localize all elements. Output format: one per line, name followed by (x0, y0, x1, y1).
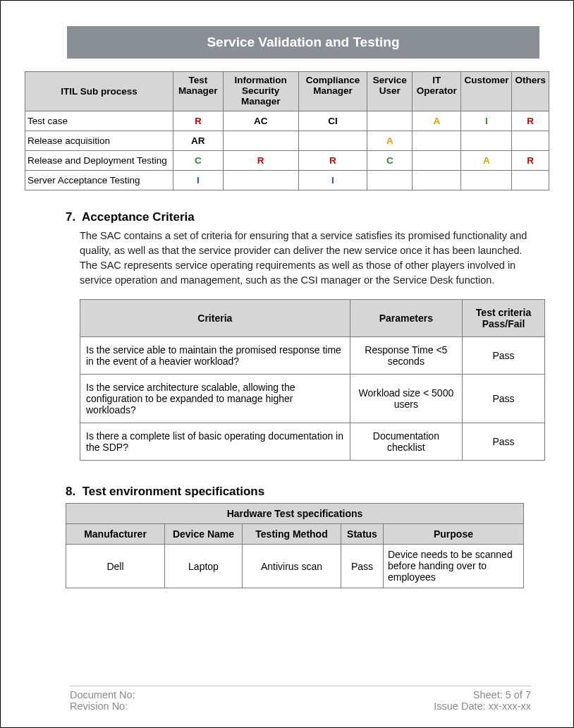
doc-no-label: Document No: (70, 689, 135, 700)
raci-col-2: Information Security Manager (223, 72, 298, 111)
hw-col-2: Testing Method (243, 524, 341, 545)
raci-cell: I (298, 171, 367, 190)
table-row: Release and Deployment TestingCRRCAR (25, 151, 549, 171)
raci-cell: AC (223, 111, 298, 131)
criteria-param: Documentation checklist (350, 423, 462, 461)
raci-col-3: Compliance Manager (298, 72, 367, 111)
section-number: 8. (66, 485, 75, 498)
raci-col-1: Test Manager (173, 72, 224, 111)
raci-cell: C (173, 151, 224, 171)
table-row: Test caseRACCIAIR (25, 111, 549, 131)
table-row: DellLaptopAntivirus scanPassDevice needs… (66, 545, 524, 588)
section-body: The SAC contains a set of criteria for e… (80, 229, 528, 288)
hw-col-1: Device Name (165, 524, 243, 545)
raci-col-4: Service User (367, 72, 413, 111)
raci-cell (298, 131, 367, 151)
raci-cell: AR (173, 131, 224, 151)
raci-cell (461, 171, 512, 190)
raci-cell: CI (298, 111, 367, 131)
criteria-cell: Is the service able to maintain the prom… (80, 337, 350, 375)
hw-col-4: Purpose (384, 524, 524, 545)
raci-cell (223, 131, 298, 151)
raci-col-7: Others (512, 72, 549, 111)
section-test-env: 8. Test environment specifications Hardw… (66, 485, 549, 588)
raci-cell: R (512, 111, 549, 131)
raci-subprocess: Release acquisition (25, 131, 173, 151)
hw-col-0: Manufacturer (66, 524, 165, 545)
rev-no-label: Revision No: (70, 700, 128, 712)
page-footer: Document No: Sheet: 5 of 7 Revision No: … (70, 686, 531, 712)
raci-subprocess: Release and Deployment Testing (25, 151, 173, 171)
issue-date-label: Issue Date: xx-xxx-xx (434, 700, 531, 712)
criteria-col-1: Parameters (350, 300, 462, 337)
section-number: 7. (66, 210, 75, 224)
section-title: Acceptance Criteria (82, 210, 195, 224)
criteria-table: CriteriaParametersTest criteria Pass/Fai… (80, 299, 545, 461)
hw-purpose: Device needs to be scanned before handin… (384, 545, 524, 588)
raci-cell (461, 131, 512, 151)
raci-cell (413, 151, 461, 171)
raci-cell: A (413, 111, 461, 131)
raci-cell (413, 131, 461, 151)
raci-cell: R (512, 151, 549, 171)
raci-cell: A (367, 131, 413, 151)
raci-cell: I (461, 111, 512, 131)
raci-cell (413, 171, 461, 190)
raci-cell (512, 131, 549, 151)
raci-cell: I (173, 171, 224, 190)
raci-table: ITIL Sub processTest ManagerInformation … (25, 71, 549, 190)
section-title: Test environment specifications (83, 485, 265, 498)
table-row: Is the service architecture scalable, al… (80, 375, 545, 423)
raci-cell (367, 171, 413, 190)
page: Service Validation and Testing ITIL Sub … (0, 0, 574, 728)
raci-col-0: ITIL Sub process (25, 72, 173, 111)
raci-cell (367, 111, 413, 131)
criteria-param: Workload size < 5000 users (350, 375, 462, 423)
raci-cell: R (173, 111, 224, 131)
hw-col-3: Status (341, 524, 384, 545)
table-row: Is there a complete list of basic operat… (80, 423, 545, 461)
raci-cell: R (298, 151, 367, 171)
raci-subprocess: Test case (25, 111, 173, 131)
raci-cell (223, 171, 298, 190)
criteria-param: Response Time <5 seconds (350, 337, 462, 375)
raci-subprocess: Server Acceptance Testing (25, 171, 173, 190)
raci-col-5: IT Operator (413, 72, 461, 111)
criteria-result: Pass (463, 423, 545, 461)
page-title: Service Validation and Testing (67, 26, 539, 59)
raci-col-6: Customer (461, 72, 512, 111)
criteria-cell: Is the service architecture scalable, al… (80, 375, 350, 423)
raci-cell: R (223, 151, 298, 171)
raci-cell (512, 171, 549, 190)
raci-cell: C (367, 151, 413, 171)
hardware-table: Hardware Test specifications Manufacture… (66, 503, 524, 588)
criteria-col-0: Criteria (80, 300, 350, 337)
criteria-cell: Is there a complete list of basic operat… (80, 423, 350, 461)
criteria-result: Pass (463, 375, 545, 423)
table-row: Server Acceptance TestingII (25, 171, 549, 190)
table-row: Is the service able to maintain the prom… (80, 337, 545, 375)
sheet-label: Sheet: 5 of 7 (473, 689, 531, 700)
table-row: Release acquisitionARA (25, 131, 549, 151)
hw-cell: Laptop (165, 545, 243, 588)
hw-cell: Antivirus scan (243, 545, 341, 588)
section-acceptance-criteria: 7. Acceptance Criteria The SAC contains … (66, 210, 549, 461)
raci-cell: A (461, 151, 512, 171)
hardware-table-title: Hardware Test specifications (66, 504, 524, 524)
criteria-col-2: Test criteria Pass/Fail (463, 300, 545, 337)
criteria-result: Pass (463, 337, 545, 375)
hw-cell: Pass (341, 545, 384, 588)
hw-cell: Dell (66, 545, 165, 588)
